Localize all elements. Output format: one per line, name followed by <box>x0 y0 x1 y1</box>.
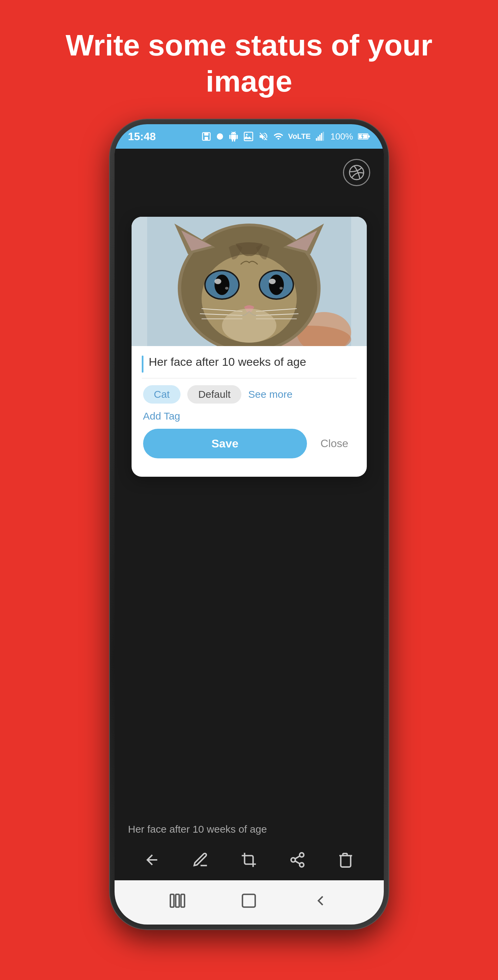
svg-rect-4 <box>244 132 252 141</box>
svg-point-42 <box>300 853 304 857</box>
svg-rect-1 <box>204 133 208 136</box>
cat-image <box>132 217 367 346</box>
phone-screen: 15:48 VoLTE 100% <box>114 124 384 924</box>
svg-point-3 <box>217 134 223 140</box>
wifi-icon <box>273 131 284 142</box>
svg-point-34 <box>279 287 283 290</box>
add-tag-link[interactable]: Add Tag <box>142 410 357 422</box>
save-button[interactable]: Save <box>143 429 307 458</box>
share-button[interactable] <box>343 159 370 186</box>
svg-rect-8 <box>319 135 320 141</box>
svg-point-27 <box>214 275 230 295</box>
svg-rect-6 <box>316 138 317 141</box>
svg-point-28 <box>214 279 221 284</box>
status-input[interactable]: Her face after 10 weeks of age <box>142 354 357 379</box>
battery-percent: 100% <box>330 131 353 142</box>
svg-rect-47 <box>170 894 174 907</box>
status-time: 15:48 <box>128 130 156 143</box>
tag-cat[interactable]: Cat <box>143 385 181 404</box>
back-toolbar-icon[interactable] <box>142 851 162 872</box>
svg-point-43 <box>291 858 295 862</box>
tag-default[interactable]: Default <box>187 385 241 404</box>
svg-rect-9 <box>321 133 322 141</box>
svg-point-44 <box>300 863 304 867</box>
svg-rect-2 <box>205 137 208 140</box>
modal-buttons: Save Close <box>142 429 357 458</box>
svg-rect-13 <box>368 135 370 137</box>
svg-point-32 <box>269 275 284 295</box>
caption-text: Her face after 10 weeks of age <box>128 824 267 835</box>
app-image-area: Her face after 10 weeks of age Cat Defau… <box>114 196 384 814</box>
status-bar: 15:48 VoLTE 100% <box>114 124 384 149</box>
phone-shell: 15:48 VoLTE 100% <box>110 119 389 929</box>
caption-bar: Her face after 10 weeks of age <box>114 814 384 845</box>
svg-point-33 <box>269 279 276 284</box>
status-text: Her face after 10 weeks of age <box>149 354 306 369</box>
back-nav-icon[interactable] <box>312 892 329 913</box>
crop-toolbar-icon[interactable] <box>239 851 259 872</box>
svg-point-41 <box>222 309 276 343</box>
android-icon <box>228 131 239 142</box>
app-header <box>114 149 384 196</box>
svg-rect-50 <box>243 894 255 907</box>
gallery-icon <box>243 131 254 142</box>
save-icon <box>201 131 211 142</box>
see-more-link[interactable]: See more <box>248 388 292 400</box>
svg-rect-7 <box>317 137 319 141</box>
mute-icon <box>259 131 268 142</box>
signal-icon <box>316 131 326 142</box>
svg-rect-10 <box>323 132 324 140</box>
close-button[interactable]: Close <box>314 434 355 453</box>
home-nav-icon[interactable] <box>240 892 257 913</box>
page-title: Write some status of your image <box>25 0 473 119</box>
svg-rect-49 <box>181 894 184 907</box>
svg-rect-48 <box>176 894 179 907</box>
dribbble-icon <box>348 164 365 181</box>
battery-icon <box>358 133 370 140</box>
toolbar <box>114 845 384 880</box>
svg-point-29 <box>225 287 228 290</box>
svg-line-46 <box>295 856 300 859</box>
delete-toolbar-icon[interactable] <box>336 851 356 872</box>
tags-row: Cat Default See more <box>142 385 357 404</box>
lte-indicator: VoLTE <box>288 132 311 141</box>
cursor-bar <box>142 356 143 372</box>
dot-icon <box>216 133 224 140</box>
recents-nav-icon[interactable] <box>169 892 186 913</box>
modal-text-area: Her face after 10 weeks of age Cat Defau… <box>132 346 367 463</box>
nav-bar <box>114 880 384 924</box>
bottom-area: Her face after 10 weeks of age <box>114 814 384 880</box>
modal-card: Her face after 10 weeks of age Cat Defau… <box>132 217 367 477</box>
svg-line-45 <box>295 861 300 864</box>
svg-point-5 <box>246 134 247 136</box>
edit-toolbar-icon[interactable] <box>190 851 211 872</box>
share-toolbar-icon[interactable] <box>287 851 308 872</box>
status-icons: VoLTE 100% <box>201 131 370 142</box>
